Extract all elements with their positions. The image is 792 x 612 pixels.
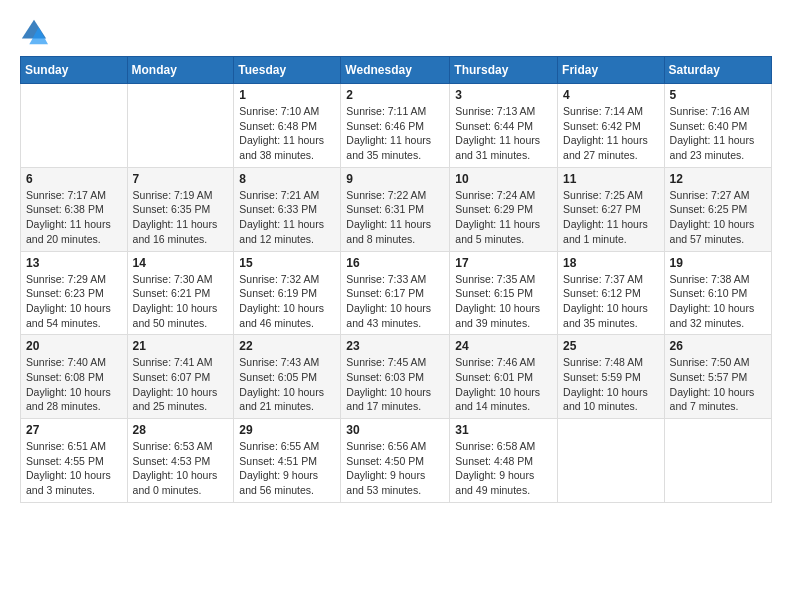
day-number: 23 [346,339,444,353]
day-number: 28 [133,423,229,437]
cell-info: Sunrise: 7:21 AMSunset: 6:33 PMDaylight:… [239,188,335,247]
calendar-cell: 19 Sunrise: 7:38 AMSunset: 6:10 PMDaylig… [664,251,771,335]
day-number: 8 [239,172,335,186]
cell-info: Sunrise: 7:32 AMSunset: 6:19 PMDaylight:… [239,272,335,331]
calendar-cell: 6 Sunrise: 7:17 AMSunset: 6:38 PMDayligh… [21,167,128,251]
day-number: 25 [563,339,659,353]
cell-info: Sunrise: 7:33 AMSunset: 6:17 PMDaylight:… [346,272,444,331]
week-row-4: 20 Sunrise: 7:40 AMSunset: 6:08 PMDaylig… [21,335,772,419]
cell-info: Sunrise: 7:46 AMSunset: 6:01 PMDaylight:… [455,355,552,414]
calendar-cell: 18 Sunrise: 7:37 AMSunset: 6:12 PMDaylig… [558,251,665,335]
logo [20,18,54,46]
cell-info: Sunrise: 7:30 AMSunset: 6:21 PMDaylight:… [133,272,229,331]
day-header-friday: Friday [558,57,665,84]
day-number: 21 [133,339,229,353]
calendar-cell: 20 Sunrise: 7:40 AMSunset: 6:08 PMDaylig… [21,335,128,419]
day-number: 3 [455,88,552,102]
calendar-cell [127,84,234,168]
day-header-sunday: Sunday [21,57,128,84]
calendar-cell: 9 Sunrise: 7:22 AMSunset: 6:31 PMDayligh… [341,167,450,251]
day-number: 16 [346,256,444,270]
calendar-cell: 15 Sunrise: 7:32 AMSunset: 6:19 PMDaylig… [234,251,341,335]
calendar-cell: 7 Sunrise: 7:19 AMSunset: 6:35 PMDayligh… [127,167,234,251]
week-row-5: 27 Sunrise: 6:51 AMSunset: 4:55 PMDaylig… [21,419,772,503]
day-number: 30 [346,423,444,437]
calendar-cell: 25 Sunrise: 7:48 AMSunset: 5:59 PMDaylig… [558,335,665,419]
calendar-cell: 23 Sunrise: 7:45 AMSunset: 6:03 PMDaylig… [341,335,450,419]
day-number: 31 [455,423,552,437]
day-number: 19 [670,256,766,270]
day-number: 15 [239,256,335,270]
day-header-saturday: Saturday [664,57,771,84]
day-number: 27 [26,423,122,437]
cell-info: Sunrise: 7:40 AMSunset: 6:08 PMDaylight:… [26,355,122,414]
cell-info: Sunrise: 7:14 AMSunset: 6:42 PMDaylight:… [563,104,659,163]
calendar-cell: 11 Sunrise: 7:25 AMSunset: 6:27 PMDaylig… [558,167,665,251]
cell-info: Sunrise: 6:55 AMSunset: 4:51 PMDaylight:… [239,439,335,498]
cell-info: Sunrise: 7:19 AMSunset: 6:35 PMDaylight:… [133,188,229,247]
cell-info: Sunrise: 7:35 AMSunset: 6:15 PMDaylight:… [455,272,552,331]
cell-info: Sunrise: 7:27 AMSunset: 6:25 PMDaylight:… [670,188,766,247]
day-number: 4 [563,88,659,102]
day-number: 7 [133,172,229,186]
calendar-cell: 5 Sunrise: 7:16 AMSunset: 6:40 PMDayligh… [664,84,771,168]
calendar-cell: 1 Sunrise: 7:10 AMSunset: 6:48 PMDayligh… [234,84,341,168]
calendar-cell: 14 Sunrise: 7:30 AMSunset: 6:21 PMDaylig… [127,251,234,335]
calendar-cell: 24 Sunrise: 7:46 AMSunset: 6:01 PMDaylig… [450,335,558,419]
cell-info: Sunrise: 7:48 AMSunset: 5:59 PMDaylight:… [563,355,659,414]
day-number: 29 [239,423,335,437]
day-header-thursday: Thursday [450,57,558,84]
calendar-cell: 30 Sunrise: 6:56 AMSunset: 4:50 PMDaylig… [341,419,450,503]
day-header-tuesday: Tuesday [234,57,341,84]
day-number: 14 [133,256,229,270]
cell-info: Sunrise: 7:16 AMSunset: 6:40 PMDaylight:… [670,104,766,163]
day-number: 10 [455,172,552,186]
cell-info: Sunrise: 7:11 AMSunset: 6:46 PMDaylight:… [346,104,444,163]
calendar-cell: 4 Sunrise: 7:14 AMSunset: 6:42 PMDayligh… [558,84,665,168]
calendar-cell [558,419,665,503]
day-number: 2 [346,88,444,102]
day-number: 24 [455,339,552,353]
calendar-cell: 3 Sunrise: 7:13 AMSunset: 6:44 PMDayligh… [450,84,558,168]
cell-info: Sunrise: 6:51 AMSunset: 4:55 PMDaylight:… [26,439,122,498]
calendar-cell: 22 Sunrise: 7:43 AMSunset: 6:05 PMDaylig… [234,335,341,419]
cell-info: Sunrise: 7:45 AMSunset: 6:03 PMDaylight:… [346,355,444,414]
cell-info: Sunrise: 7:50 AMSunset: 5:57 PMDaylight:… [670,355,766,414]
calendar-cell: 27 Sunrise: 6:51 AMSunset: 4:55 PMDaylig… [21,419,128,503]
day-number: 9 [346,172,444,186]
calendar-cell: 12 Sunrise: 7:27 AMSunset: 6:25 PMDaylig… [664,167,771,251]
cell-info: Sunrise: 7:41 AMSunset: 6:07 PMDaylight:… [133,355,229,414]
calendar-cell: 13 Sunrise: 7:29 AMSunset: 6:23 PMDaylig… [21,251,128,335]
cell-info: Sunrise: 7:17 AMSunset: 6:38 PMDaylight:… [26,188,122,247]
day-number: 5 [670,88,766,102]
cell-info: Sunrise: 6:56 AMSunset: 4:50 PMDaylight:… [346,439,444,498]
day-number: 6 [26,172,122,186]
cell-info: Sunrise: 7:37 AMSunset: 6:12 PMDaylight:… [563,272,659,331]
cell-info: Sunrise: 7:43 AMSunset: 6:05 PMDaylight:… [239,355,335,414]
day-number: 1 [239,88,335,102]
calendar-header-row: SundayMondayTuesdayWednesdayThursdayFrid… [21,57,772,84]
day-number: 12 [670,172,766,186]
cell-info: Sunrise: 7:38 AMSunset: 6:10 PMDaylight:… [670,272,766,331]
day-header-monday: Monday [127,57,234,84]
day-number: 11 [563,172,659,186]
day-header-wednesday: Wednesday [341,57,450,84]
logo-icon [20,18,48,46]
cell-info: Sunrise: 7:25 AMSunset: 6:27 PMDaylight:… [563,188,659,247]
calendar-cell: 28 Sunrise: 6:53 AMSunset: 4:53 PMDaylig… [127,419,234,503]
cell-info: Sunrise: 6:53 AMSunset: 4:53 PMDaylight:… [133,439,229,498]
calendar-cell: 21 Sunrise: 7:41 AMSunset: 6:07 PMDaylig… [127,335,234,419]
cell-info: Sunrise: 7:10 AMSunset: 6:48 PMDaylight:… [239,104,335,163]
day-number: 26 [670,339,766,353]
calendar-cell: 8 Sunrise: 7:21 AMSunset: 6:33 PMDayligh… [234,167,341,251]
calendar-cell: 2 Sunrise: 7:11 AMSunset: 6:46 PMDayligh… [341,84,450,168]
day-number: 22 [239,339,335,353]
cell-info: Sunrise: 7:29 AMSunset: 6:23 PMDaylight:… [26,272,122,331]
week-row-3: 13 Sunrise: 7:29 AMSunset: 6:23 PMDaylig… [21,251,772,335]
calendar-table: SundayMondayTuesdayWednesdayThursdayFrid… [20,56,772,503]
cell-info: Sunrise: 7:24 AMSunset: 6:29 PMDaylight:… [455,188,552,247]
calendar-cell: 29 Sunrise: 6:55 AMSunset: 4:51 PMDaylig… [234,419,341,503]
day-number: 20 [26,339,122,353]
header [20,18,772,46]
day-number: 17 [455,256,552,270]
